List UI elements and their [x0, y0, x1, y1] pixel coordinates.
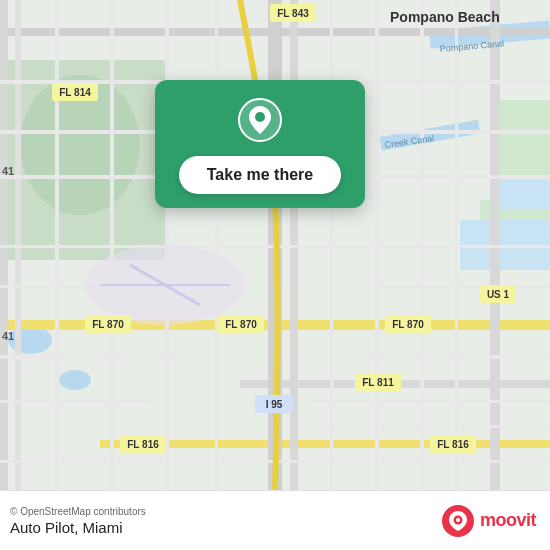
- moovit-logo: moovit: [442, 505, 536, 537]
- svg-rect-31: [330, 425, 550, 428]
- svg-rect-39: [420, 0, 424, 490]
- svg-text:US 1: US 1: [487, 289, 510, 300]
- svg-point-70: [255, 112, 265, 122]
- svg-text:FL 870: FL 870: [225, 319, 257, 330]
- svg-rect-30: [310, 400, 550, 403]
- svg-rect-8: [500, 180, 550, 210]
- svg-text:FL 870: FL 870: [92, 319, 124, 330]
- svg-rect-33: [55, 0, 59, 490]
- svg-text:FL 814: FL 814: [59, 87, 91, 98]
- svg-rect-35: [165, 0, 169, 490]
- svg-text:41: 41: [2, 165, 14, 177]
- svg-text:FL 811: FL 811: [362, 377, 394, 388]
- svg-point-73: [456, 518, 460, 522]
- bottom-bar: © OpenStreetMap contributors Auto Pilot,…: [0, 490, 550, 550]
- svg-rect-38: [375, 0, 379, 490]
- svg-rect-29: [0, 400, 150, 403]
- svg-rect-37: [330, 0, 333, 490]
- svg-rect-40: [455, 0, 458, 490]
- svg-rect-34: [110, 0, 114, 490]
- svg-point-10: [59, 370, 91, 390]
- svg-text:41: 41: [2, 330, 14, 342]
- svg-text:FL 843: FL 843: [277, 8, 309, 19]
- moovit-brand-icon: [442, 505, 474, 537]
- map-container: Pompano Beach FL 843 FL 814 Pompano Cana…: [0, 0, 550, 490]
- location-pin-icon: [238, 98, 282, 142]
- svg-text:Pompano Beach: Pompano Beach: [390, 9, 500, 25]
- svg-rect-27: [0, 355, 180, 359]
- moovit-text: moovit: [480, 510, 536, 531]
- map-svg: Pompano Beach FL 843 FL 814 Pompano Cana…: [0, 0, 550, 490]
- svg-rect-36: [215, 0, 218, 490]
- svg-text:I 95: I 95: [266, 399, 283, 410]
- svg-text:FL 816: FL 816: [127, 439, 159, 450]
- svg-rect-22: [0, 175, 170, 179]
- bottom-left-info: © OpenStreetMap contributors Auto Pilot,…: [10, 506, 146, 536]
- osm-attribution: © OpenStreetMap contributors: [10, 506, 146, 517]
- app-title: Auto Pilot, Miami: [10, 519, 146, 536]
- take-me-there-button[interactable]: Take me there: [179, 156, 341, 194]
- svg-point-9: [8, 326, 52, 354]
- location-card: Take me there: [155, 80, 365, 208]
- svg-rect-26: [380, 285, 550, 288]
- svg-text:FL 870: FL 870: [392, 319, 424, 330]
- svg-text:FL 816: FL 816: [437, 439, 469, 450]
- svg-rect-23: [380, 175, 550, 179]
